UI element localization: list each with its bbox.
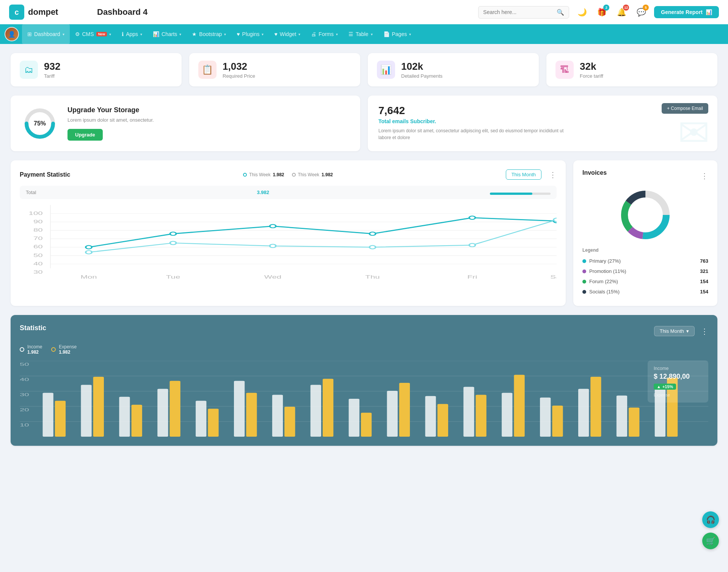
required-price-icon: 📋	[198, 61, 217, 79]
nav-item-cms[interactable]: ⚙ CMS New ▾	[70, 24, 117, 44]
line-chart-area: 100 90 80 70 60 50 40 30	[20, 205, 557, 281]
filter2-label: This Week	[298, 172, 319, 177]
svg-point-19	[170, 232, 176, 235]
nav-label-widget: Widget	[280, 31, 297, 37]
bar-chart-container: 50 40 30 20 10	[20, 361, 708, 437]
chevron-down-icon: ▾	[179, 32, 181, 36]
svg-point-18	[86, 246, 92, 249]
logo-area: c dompet	[9, 5, 85, 20]
svg-rect-82	[629, 407, 639, 437]
income-legend: Income 1.982	[20, 344, 42, 355]
svg-rect-78	[552, 406, 563, 437]
stat-info-detailed-payments: 102k Detailed Payments	[401, 61, 442, 79]
socials-label: Socials (15%)	[589, 289, 620, 295]
search-box[interactable]: 🔍	[478, 6, 569, 19]
chevron-down-icon: ▾	[336, 32, 338, 36]
moon-toggle-button[interactable]: 🌙	[575, 5, 589, 19]
income-badge-val: +15%	[662, 384, 673, 389]
filter-item-2: This Week 1.982	[292, 172, 333, 177]
legend-item-promotion: Promotion (11%) 321	[582, 266, 708, 276]
svg-rect-79	[578, 389, 589, 437]
bar-chart-svg: 50 40 30 20 10	[20, 361, 708, 437]
svg-rect-58	[169, 381, 180, 437]
svg-rect-59	[196, 401, 206, 437]
storage-card: 75% Upgrade Your Storage Lorem ipsum dol…	[11, 96, 360, 151]
cms-icon: ⚙	[75, 31, 80, 37]
svg-rect-51	[43, 393, 53, 437]
forum-dot	[582, 280, 586, 284]
svg-text:80: 80	[33, 227, 43, 233]
line-chart-svg: 100 90 80 70 60 50 40 30	[20, 205, 557, 281]
svg-rect-80	[590, 377, 601, 437]
stat-card-required-price: 📋 1,032 Required Price	[189, 53, 360, 86]
nav-item-bootstrap[interactable]: ★ Bootstrap ▾	[187, 24, 231, 44]
svg-point-29	[554, 218, 557, 221]
cms-new-badge: New	[96, 32, 107, 36]
search-input[interactable]	[483, 9, 557, 15]
cart-fab-button[interactable]: 🛒	[702, 533, 719, 549]
invoices-more-button[interactable]: ⋮	[701, 171, 708, 180]
chat-button[interactable]: 💬 5	[634, 5, 648, 19]
svg-rect-54	[93, 377, 104, 437]
legend-header: Legend	[582, 248, 599, 253]
bell-button[interactable]: 🔔 12	[615, 5, 628, 19]
total-row: Total 3.982	[20, 186, 557, 199]
svg-text:Fri: Fri	[468, 275, 477, 280]
svg-point-25	[170, 241, 176, 245]
nav-item-charts[interactable]: 📊 Charts ▾	[147, 24, 187, 44]
chat-badge: 5	[643, 5, 649, 11]
svg-rect-73	[463, 387, 474, 437]
this-month-button[interactable]: This Month	[506, 169, 541, 180]
detailed-payments-label: Detailed Payments	[401, 73, 442, 79]
stat-card-tariff: 🗂 932 Tariff	[11, 53, 182, 86]
pages-icon: 📄	[383, 31, 390, 37]
payment-statistic-card: Payment Statistic This Week 1.982 This W…	[11, 160, 566, 306]
statistic-more-button[interactable]: ⋮	[701, 327, 708, 336]
chevron-down-icon: ▾	[140, 32, 142, 36]
tariff-icon: 🗂	[20, 61, 38, 79]
nav-item-apps[interactable]: ℹ Apps ▾	[116, 24, 147, 44]
tariff-value: 932	[44, 61, 60, 72]
primary-label: Primary (27%)	[589, 258, 621, 264]
nav-label-forms: Forms	[318, 31, 334, 37]
svg-text:70: 70	[33, 236, 43, 241]
headset-fab-button[interactable]: 🎧	[702, 511, 719, 528]
nav-item-dashboard[interactable]: ⊞ Dashboard ▾	[22, 24, 70, 44]
svg-text:50: 50	[33, 253, 43, 258]
generate-report-button[interactable]: Generate Report 📊	[654, 6, 719, 18]
svg-rect-57	[157, 389, 168, 437]
total-label: Total	[26, 190, 36, 195]
nav-item-table[interactable]: ☰ Table ▾	[343, 24, 378, 44]
stat-info-tariff: 932 Tariff	[44, 61, 60, 79]
nav-item-plugins[interactable]: ♥ Plugins ▾	[231, 24, 269, 44]
svg-text:20: 20	[20, 407, 29, 412]
more-options-button[interactable]: ⋮	[549, 170, 557, 179]
generate-report-label: Generate Report	[661, 9, 703, 15]
invoices-title: Invoices	[582, 169, 607, 176]
email-description: Lorem ipsum dolor sit amet, consectetur …	[378, 127, 568, 141]
detailed-payments-icon: 📊	[377, 61, 395, 79]
filter1-val: 1.982	[273, 172, 284, 177]
svg-text:50: 50	[20, 362, 29, 367]
svg-text:40: 40	[20, 377, 29, 382]
nav-item-pages[interactable]: 📄 Pages ▾	[378, 24, 417, 44]
payment-filters: This Week 1.982 This Week 1.982	[243, 172, 333, 177]
socials-dot	[582, 290, 586, 294]
svg-text:30: 30	[20, 392, 29, 397]
required-price-label: Required Price	[223, 73, 255, 79]
statistic-month-button[interactable]: This Month ▾	[654, 326, 695, 336]
nav-label-table: Table	[356, 31, 368, 37]
legend-left-promotion: Promotion (11%)	[582, 268, 626, 274]
header: c dompet Dashboard 4 🔍 🌙 🎁 2 🔔 12 💬 5 Ge…	[0, 0, 728, 24]
svg-rect-56	[132, 405, 142, 437]
svg-point-24	[86, 251, 92, 254]
nav-item-widget[interactable]: ♥ Widget ▾	[269, 24, 306, 44]
gift-button[interactable]: 🎁 2	[595, 5, 609, 19]
progress-fill	[490, 193, 532, 195]
middle-row: 75% Upgrade Your Storage Lorem ipsum dol…	[11, 96, 717, 151]
main-content: 🗂 932 Tariff 📋 1,032 Required Price 📊 10…	[0, 44, 728, 455]
nav-item-forms[interactable]: 🖨 Forms ▾	[306, 24, 343, 44]
upgrade-button[interactable]: Upgrade	[67, 129, 103, 141]
svg-rect-66	[323, 379, 333, 437]
total-value: 3.982	[257, 190, 269, 195]
